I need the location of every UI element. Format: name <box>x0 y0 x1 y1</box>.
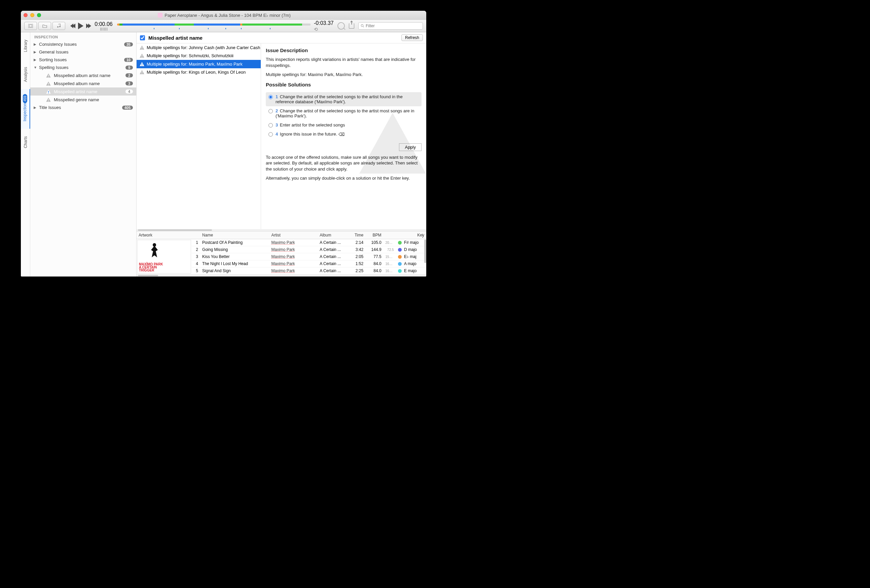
filter-search[interactable] <box>358 22 423 30</box>
solution-option[interactable]: 1 Change the artist of the selected song… <box>266 92 422 106</box>
description-heading: Issue Description <box>266 48 422 53</box>
songs-table: ⋮ ArtworkNameArtistAlbumTimeBPMKey MAXÏM… <box>137 231 426 277</box>
svg-rect-7 <box>48 76 49 77</box>
view-folder-button[interactable] <box>38 22 51 30</box>
track-name: Postcard Of A Painting <box>200 239 269 246</box>
svg-rect-18 <box>142 63 142 65</box>
svg-rect-13 <box>48 101 49 101</box>
tree-label: Misspelled album artist name <box>54 73 110 78</box>
key-color <box>396 246 402 253</box>
issue-row[interactable]: Multiple spellings for: Kings of Leon, K… <box>137 68 261 77</box>
svg-rect-21 <box>142 73 142 74</box>
column-header[interactable] <box>384 231 396 239</box>
inspection-enable-checkbox[interactable] <box>140 35 145 40</box>
track-album: A Certain ... <box>317 246 347 253</box>
solution-radio[interactable] <box>268 132 273 137</box>
column-header[interactable]: Album <box>317 231 347 239</box>
sidetab-inspection[interactable]: Inspection459 <box>21 89 30 129</box>
tree-label: Misspelled album name <box>54 81 100 86</box>
tree-item[interactable]: ▶Sorting Issues10 <box>30 56 136 64</box>
forward-button[interactable] <box>86 24 90 28</box>
track-bpm2: 209.9 <box>384 239 396 246</box>
track-key: F# majo <box>402 239 426 246</box>
track-name: Going Missing <box>200 246 269 253</box>
column-menu-button[interactable]: ⋮ <box>420 233 425 238</box>
tree-item[interactable]: ▶Title Issues405 <box>30 104 136 111</box>
svg-rect-0 <box>28 24 33 28</box>
column-header[interactable] <box>192 231 200 239</box>
warning-icon <box>139 70 145 75</box>
sidetab-library[interactable]: Library <box>23 32 28 60</box>
timeline[interactable] <box>117 22 310 30</box>
search-library-button[interactable] <box>337 22 345 30</box>
tree-subitem[interactable]: Misspelled genre name <box>30 95 136 104</box>
disclosure-icon: ▶ <box>34 106 37 109</box>
sidetab-charts[interactable]: Charts <box>23 129 28 155</box>
tree-label: Consistency Issues <box>39 42 77 47</box>
svg-rect-6 <box>48 75 49 76</box>
tree-count: 35 <box>124 42 133 46</box>
horizontal-scrollbar-bottom[interactable] <box>137 274 426 277</box>
track-number: 1 <box>192 239 200 246</box>
issue-text: Multiple spellings for: Johnny Cash (wit… <box>147 45 260 50</box>
warning-icon <box>46 89 51 94</box>
sidetab-badge: 459 <box>23 95 27 104</box>
view-grid-button[interactable] <box>24 22 37 30</box>
dismiss-icon: ⌫ <box>338 132 344 137</box>
issue-row[interactable]: Multiple spellings for: Schmutzki, Schmu… <box>137 52 261 60</box>
tree-subitem[interactable]: Misspelled album artist name2 <box>30 71 136 79</box>
tree-count: 2 <box>125 73 133 77</box>
issue-row[interactable]: Multiple spellings for: Maximo Park, Max… <box>137 60 261 68</box>
tree-count: 405 <box>122 106 133 110</box>
issues-list: Multiple spellings for: Johnny Cash (wit… <box>137 43 261 229</box>
tree-item[interactable]: ▶Consistency Issues35 <box>30 40 136 48</box>
column-header[interactable]: Artist <box>270 231 318 239</box>
tree-subitem[interactable]: Misspelled album name3 <box>30 79 136 88</box>
solution-text: Ignore this issue in the future. <box>280 131 337 137</box>
svg-point-4 <box>361 25 363 27</box>
column-header[interactable]: Name <box>200 231 269 239</box>
table-row[interactable]: MAXÏMO PARKA CERTAINTRIGGER1Postcard Of … <box>137 239 426 246</box>
play-button[interactable] <box>78 22 83 29</box>
issue-row[interactable]: Multiple spellings for: Johnny Cash (wit… <box>137 43 261 52</box>
warning-icon <box>46 73 51 78</box>
track-number: 5 <box>192 267 200 274</box>
refresh-button[interactable]: Refresh <box>401 34 423 41</box>
vertical-scrollbar[interactable] <box>424 240 426 273</box>
tree-label: Misspelled genre name <box>54 97 99 102</box>
disclosure-icon: ▶ <box>34 42 37 46</box>
track-key: E majo <box>402 267 426 274</box>
key-color <box>396 267 402 274</box>
view-music-button[interactable] <box>52 22 65 30</box>
solution-radio[interactable] <box>268 123 273 128</box>
disclosure-icon: ▼ <box>34 65 37 69</box>
music-note-icon <box>158 13 162 18</box>
loop-icon[interactable]: ⟲ <box>314 27 320 32</box>
solution-radio[interactable] <box>268 95 273 99</box>
tree-item[interactable]: ▼Spelling Issues9 <box>30 64 136 71</box>
tree-subitem[interactable]: Misspelled artist name4 <box>30 88 136 95</box>
solutions-heading: Possible Solutions <box>266 82 422 88</box>
column-header[interactable]: BPM <box>365 231 383 239</box>
tree-item[interactable]: ▶General Issues <box>30 48 136 56</box>
artwork-cell: MAXÏMO PARKA CERTAINTRIGGER <box>137 239 192 274</box>
filter-input[interactable] <box>366 24 420 28</box>
time-elapsed: 0:00.06 <box>95 21 112 27</box>
key-color <box>396 261 402 267</box>
zoom-window-button[interactable] <box>37 13 41 17</box>
share-icon[interactable] <box>349 23 354 28</box>
close-window-button[interactable] <box>24 13 28 17</box>
svg-rect-14 <box>142 47 142 48</box>
column-header[interactable]: Artwork <box>137 231 192 239</box>
column-header[interactable] <box>396 231 402 239</box>
description-text-1: This inspection reports slight variation… <box>266 57 422 68</box>
svg-rect-8 <box>48 83 49 84</box>
tree-count: 3 <box>125 81 133 85</box>
rewind-button[interactable] <box>72 24 75 28</box>
track-key: A majo <box>402 261 426 267</box>
track-bpm2: 168.0 <box>384 261 396 267</box>
solution-radio[interactable] <box>268 109 273 113</box>
minimize-window-button[interactable] <box>30 13 34 17</box>
column-header[interactable]: Time <box>347 231 365 239</box>
sidetab-analysis[interactable]: Analysis <box>23 60 28 89</box>
